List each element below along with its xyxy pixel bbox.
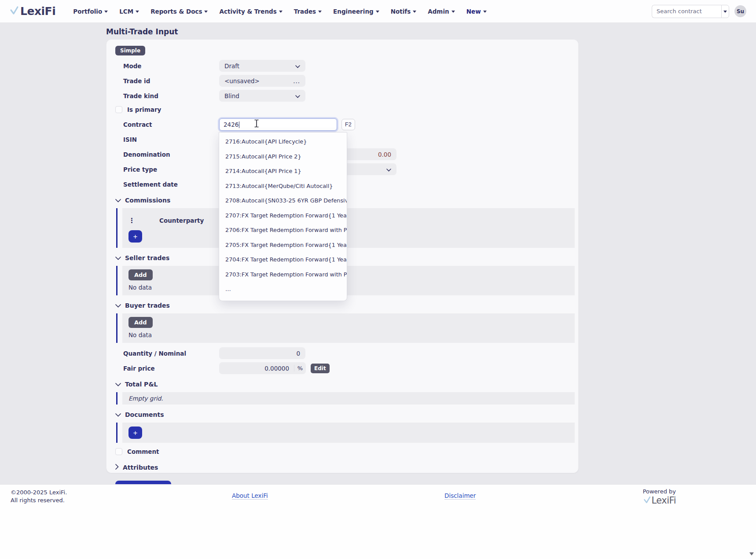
attributes-title: Attributes [123,464,158,471]
isin-label: ISIN [123,136,219,143]
contract-row: Contract 2426 F2 [123,118,569,131]
commissions-grid-header: ⋮ Counterparty Action [128,213,575,228]
contract-option-more[interactable]: … [219,282,347,297]
trade-id-label: Trade id [123,77,219,85]
total-pnl-empty-text: Empty grid. [122,392,575,405]
comment-row: Comment [115,448,569,455]
denomination-label: Denomination [123,151,219,158]
nav-right: Su [652,5,746,18]
buyer-trades-body: Add No data [116,313,569,343]
buyer-trades-section-header[interactable]: Buyer trades [115,301,569,309]
add-commission-button[interactable]: + [128,230,142,243]
copyright-text: ©2000-2025 LexiFi. All rights reserved. [11,489,67,504]
about-lexifi-link[interactable]: About LexiFi [232,492,268,500]
trade-kind-row: Trade kind Blind [123,90,569,102]
search-dropdown-button[interactable] [721,5,729,18]
fair-price-field[interactable]: 0.00000 % [219,362,306,374]
powered-by-logo: LexiFi [643,495,676,506]
total-pnl-body: Empty grid. [116,392,569,405]
nav-item-portfolio[interactable]: Portfolio [73,8,108,15]
seller-trades-empty-text: No data [128,284,569,291]
trade-id-row: Trade id <unsaved> ... [123,75,569,87]
user-avatar[interactable]: Su [734,5,746,17]
nav-item-engineering[interactable]: Engineering [333,8,379,15]
contract-input[interactable]: 2426 [219,118,337,131]
attributes-section-header[interactable]: Attributes [115,463,569,471]
seller-trades-title: Seller trades [125,254,169,261]
settlement-date-label: Settlement date [123,181,219,188]
seller-trades-grid: Add No data [122,266,575,295]
price-type-label: Price type [123,166,219,173]
plus-icon: + [133,233,138,240]
contract-option[interactable]: 2707:FX Target Redemption Forward{1 Year… [219,208,347,223]
plus-icon: + [133,429,138,437]
documents-body: + [116,423,569,443]
commissions-grid: ⋮ Counterparty Action + [122,208,575,248]
trade-kind-label: Trade kind [123,92,219,99]
nav-item-admin[interactable]: Admin [428,8,455,15]
contract-option[interactable]: 2708:Autocall{SN033-25 6YR GBP Defensive… [219,193,347,208]
chevron-down-icon [376,11,379,13]
add-document-button[interactable]: + [128,427,142,439]
contract-option[interactable]: 2713:Autocall{MerQube/Citi Autocall} [219,179,347,194]
contract-option[interactable]: 2705:FX Target Redemption Forward{1 Year… [219,238,347,253]
fair-price-label: Fair price [123,365,219,372]
search-contract-input[interactable] [652,5,721,18]
chevron-down-icon [115,380,121,388]
nav-item-lcm[interactable]: LCM [119,8,139,15]
contract-autocomplete-dropdown: 2716:Autocall{API Lifecycle} 2715:Autoca… [219,132,347,301]
chevron-down-icon [386,166,391,173]
nav-item-notifs[interactable]: Notifs [391,8,417,15]
chevron-down-icon [295,92,300,99]
chevron-down-icon [723,11,727,13]
trade-id-field[interactable]: <unsaved> ... [219,75,305,87]
nav-item-new[interactable]: New [466,8,487,15]
is-primary-label: Is primary [127,106,161,113]
lexifi-check-icon [643,496,651,506]
chevron-down-icon [451,11,455,13]
chevron-right-icon [115,463,119,471]
documents-title: Documents [125,411,164,418]
comment-label: Comment [127,448,159,455]
page-title: Multi-Trade Input [106,27,178,36]
contract-option[interactable]: 2714:Autocall{API Price 1} [219,164,347,179]
simple-mode-badge[interactable]: Simple [115,46,145,55]
nav-item-trades[interactable]: Trades [294,8,322,15]
contract-option[interactable]: 2716:Autocall{API Lifecycle} [219,134,347,149]
quantity-field[interactable]: 0 [219,347,305,359]
contract-option[interactable]: 2706:FX Target Redemption Forward with P… [219,223,347,238]
mode-row: Mode Draft [123,60,569,72]
contract-option[interactable]: 2704:FX Target Redemption Forward{1 Year… [219,252,347,267]
contract-option[interactable]: 2703:FX Target Redemption Forward with P… [219,267,347,282]
chevron-down-icon [115,301,121,309]
lexifi-logo[interactable]: LexiFi [10,5,55,18]
search-box [652,5,729,18]
chevron-down-icon [318,11,322,13]
page: LexiFi Portfolio LCM Reports & Docs Acti… [0,0,756,559]
seller-trades-add-button[interactable]: Add [128,269,153,280]
contract-f2-button[interactable]: F2 [341,119,355,130]
footer: ©2000-2025 LexiFi. All rights reserved. … [0,484,756,559]
nav-item-reports-docs[interactable]: Reports & Docs [150,8,208,15]
text-caret [239,121,239,128]
comment-checkbox[interactable] [115,448,122,455]
mode-select[interactable]: Draft [219,60,305,72]
trade-id-more-button[interactable]: ... [293,77,300,85]
documents-section-header[interactable]: Documents [115,410,569,419]
nav-item-activity-trends[interactable]: Activity & Trends [219,8,282,15]
is-primary-checkbox[interactable] [115,106,122,113]
contract-label: Contract [123,121,219,128]
powered-by-block: Powered by LexiFi [643,488,676,506]
grip-dots-icon[interactable]: ⋮ [128,217,135,224]
buyer-trades-add-button[interactable]: Add [128,317,153,328]
fair-price-unit: % [294,365,306,371]
scroll-down-arrow-icon[interactable] [749,552,754,555]
buyer-trades-grid: Add No data [122,313,575,343]
mode-label: Mode [123,63,219,70]
disclaimer-link[interactable]: Disclaimer [444,492,476,500]
chevron-down-icon [295,63,300,70]
fair-price-edit-button[interactable]: Edit [311,364,330,373]
trade-kind-select[interactable]: Blind [219,90,305,102]
contract-option[interactable]: 2715:Autocall{API Price 2} [219,149,347,164]
total-pnl-section-header[interactable]: Total P&L [115,380,569,388]
